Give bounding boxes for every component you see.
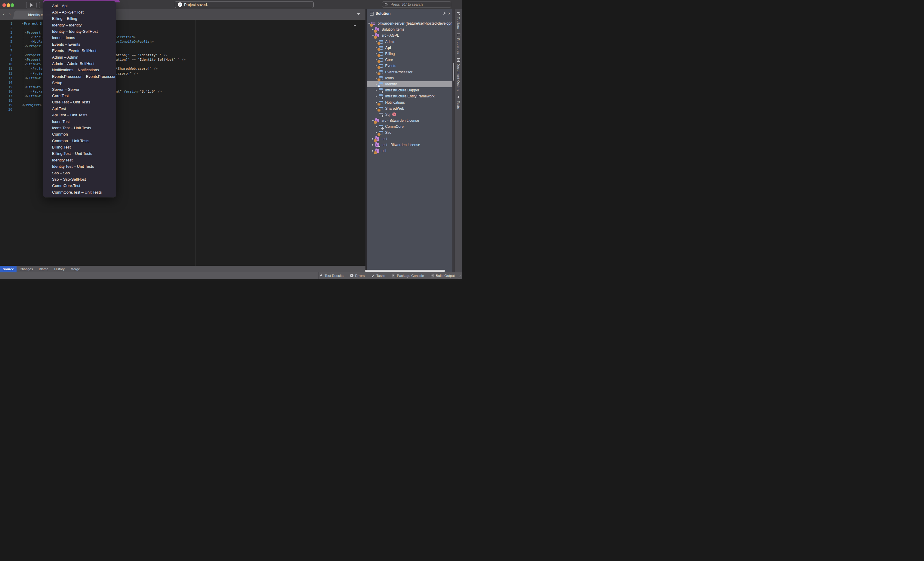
tree-row-bitwarden-server-feature-self-hosted-development[interactable]: bitwarden-server (feature/self-hosted-de… <box>367 21 453 27</box>
tree-row-util[interactable]: util <box>367 148 453 154</box>
close-window-button[interactable] <box>2 3 6 7</box>
config-menu-item[interactable]: Icons – Icons <box>44 34 116 41</box>
solution-scrollbar-thumb[interactable] <box>453 63 454 81</box>
config-menu-item[interactable]: Billing.Test <box>44 144 116 150</box>
tree-row-core[interactable]: Core <box>367 57 453 63</box>
search-input[interactable] <box>390 2 449 7</box>
tree-row-icons[interactable]: Icons <box>367 75 453 81</box>
chevron-collapsed-icon[interactable] <box>375 89 378 91</box>
config-menu-item[interactable]: Sso – Sso <box>44 170 116 176</box>
config-menu-item[interactable]: Api.Test <box>44 106 116 112</box>
config-menu-item[interactable]: Common – Unit Tests <box>44 138 116 144</box>
dock-tab-tests[interactable]: Tests <box>457 95 460 109</box>
dock-item-errors[interactable]: Errors <box>350 274 364 277</box>
config-menu-item[interactable]: Icons.Test – Unit Tests <box>44 125 116 131</box>
tree-item-label: test - Bitwarden License <box>382 143 420 147</box>
minimize-window-button[interactable] <box>7 3 10 7</box>
chevron-collapsed-icon[interactable] <box>375 126 378 127</box>
config-menu-item[interactable]: Identity.Test – Unit Tests <box>44 163 116 169</box>
zoom-window-button[interactable] <box>10 3 14 7</box>
config-menu-item[interactable]: Admin – Admin-SelfHost <box>44 60 116 67</box>
config-menu-item[interactable]: Api – Api-SelfHost <box>44 9 116 15</box>
folder-icon <box>375 137 379 141</box>
chevron-collapsed-icon[interactable] <box>372 144 375 146</box>
resize-grip[interactable] <box>458 275 462 279</box>
tree-row-test[interactable]: test <box>367 136 453 142</box>
view-tab-source[interactable]: Source <box>0 266 16 273</box>
dock-item-build-output[interactable]: Build Output <box>430 274 455 277</box>
close-pad-icon[interactable]: × <box>448 12 451 16</box>
tree-row-src-agpl[interactable]: src - AGPL <box>367 33 453 39</box>
config-menu-item[interactable]: Icons.Test <box>44 118 116 125</box>
config-menu-item[interactable]: Core.Test <box>44 93 116 99</box>
project-icon <box>379 107 383 110</box>
dock-item-package-console[interactable]: Package Console <box>392 274 424 277</box>
hammer-icon <box>457 11 460 15</box>
chevron-collapsed-icon[interactable] <box>375 95 378 97</box>
config-menu-item[interactable]: Identity – Identity-SelfHost <box>44 28 116 34</box>
config-menu-item[interactable]: Billing.Test – Unit Tests <box>44 150 116 157</box>
pending-changes-badge <box>378 72 381 75</box>
tree-row-infrastructure-entityframework[interactable]: Infrastructure.EntityFramework <box>367 93 453 99</box>
config-menu-item[interactable]: Api – Api <box>44 3 116 9</box>
dock-item-label: Errors <box>355 274 364 277</box>
solution-scrollbar-track[interactable] <box>452 9 454 272</box>
tree-row-test-bitwarden-license[interactable]: test - Bitwarden License <box>367 142 453 148</box>
tree-row-src-bitwarden-license[interactable]: src - Bitwarden License <box>367 118 453 124</box>
view-tab-merge[interactable]: Merge <box>68 266 83 273</box>
tree-row-solution-items[interactable]: Solution Items <box>367 27 453 33</box>
tree-row-sql[interactable]: Sql× <box>367 112 453 118</box>
config-menu-item[interactable]: EventsProcessor – EventsProcessor <box>44 73 116 80</box>
config-menu-item[interactable]: Sso – Sso-SelfHost <box>44 176 116 183</box>
config-menu-item[interactable]: Events – Events-SelfHost <box>44 48 116 54</box>
tree-row-sharedweb[interactable]: SharedWeb <box>367 106 453 112</box>
view-tab-history[interactable]: History <box>51 266 68 273</box>
global-search-box[interactable] <box>382 1 451 8</box>
tab-list-dropdown-icon[interactable] <box>357 13 360 15</box>
config-menu-item[interactable]: Setup <box>44 80 116 86</box>
added-badge <box>381 97 384 99</box>
added-badge <box>381 115 384 117</box>
config-menu-item[interactable]: Notifications – Notifications <box>44 67 116 73</box>
tree-row-sso[interactable]: Sso <box>367 130 453 136</box>
solution-horizontal-scrollbar[interactable] <box>365 270 445 272</box>
config-menu-item[interactable]: Admin – Admin <box>44 54 116 60</box>
config-menu-item[interactable]: Events – Events <box>44 41 116 48</box>
config-menu-item[interactable]: Billing – Billing <box>44 15 116 22</box>
tree-row-commcore[interactable]: CommCore <box>367 124 453 130</box>
code-text-right: \SharedWeb.csproj" /> <box>116 66 158 71</box>
code-token: ItemGro <box>27 62 40 66</box>
tree-row-admin[interactable]: Admin <box>367 39 453 45</box>
tree-row-identity[interactable]: Identity <box>367 81 453 87</box>
config-menu-item[interactable]: Identity – Identity <box>44 22 116 28</box>
config-menu-item[interactable]: Common <box>44 131 116 138</box>
tree-row-billing[interactable]: Billing <box>367 51 453 57</box>
dock-item-tasks[interactable]: Tasks <box>371 274 385 277</box>
config-menu-item[interactable]: CommCore.Test <box>44 183 116 189</box>
dock-item-test-results[interactable]: Test Results <box>319 274 344 277</box>
search-icon <box>384 3 388 7</box>
config-menu-item[interactable]: Core.Test – Unit Tests <box>44 99 116 105</box>
tree-row-eventsprocessor[interactable]: EventsProcessor <box>367 69 453 75</box>
view-tab-blame[interactable]: Blame <box>36 266 51 273</box>
pin-pad-icon[interactable] <box>442 12 446 15</box>
solution-file-icon <box>372 22 375 25</box>
navigate-forward-button[interactable]: › <box>9 11 10 17</box>
dock-tab-properties[interactable]: Properties <box>457 33 460 54</box>
tree-row-infrastructure-dapper[interactable]: Infrastructure.Dapper <box>367 87 453 93</box>
tree-row-events[interactable]: Events <box>367 63 453 69</box>
config-menu-item[interactable]: Server – Server <box>44 86 116 93</box>
navigate-back-button[interactable]: ‹ <box>3 11 4 17</box>
config-menu-item[interactable]: Api.Test – Unit Tests <box>44 112 116 118</box>
dock-tab-toolbox[interactable]: Toolbox <box>457 11 460 29</box>
view-tab-changes[interactable]: Changes <box>16 266 36 273</box>
dock-tab-document-outline[interactable]: Document Outline <box>457 58 460 91</box>
run-button[interactable] <box>26 2 37 8</box>
tree-item-label: Infrastructure.Dapper <box>385 88 419 92</box>
config-menu-item[interactable]: CommCore.Test – Unit Tests <box>44 189 116 195</box>
tree-row-api[interactable]: Api <box>367 45 453 51</box>
config-menu-item[interactable]: Identity.Test <box>44 157 116 163</box>
pending-changes-badge <box>378 66 381 69</box>
code-token: ItemGro <box>27 85 40 89</box>
tree-row-notifications[interactable]: Notifications <box>367 99 453 105</box>
